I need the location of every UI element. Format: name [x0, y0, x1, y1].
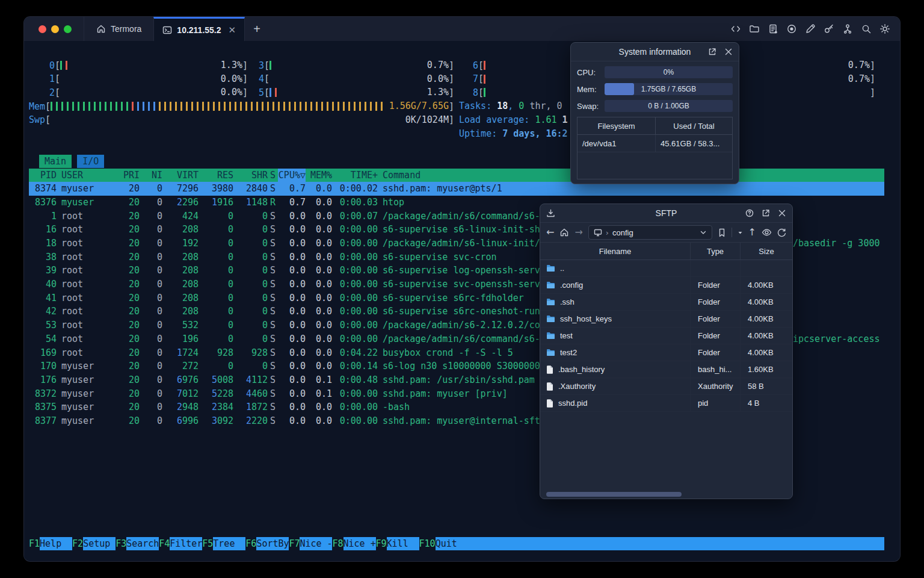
- bookmark-icon[interactable]: [718, 228, 726, 237]
- fkey-label-f9[interactable]: Kill: [387, 537, 419, 550]
- meter-bar: [224, 102, 226, 111]
- folder-icon[interactable]: [749, 23, 760, 34]
- fkey-f1[interactable]: F1: [29, 537, 40, 550]
- new-tab-button[interactable]: +: [245, 17, 269, 41]
- cpu-meter-value: 0.7%: [848, 73, 870, 85]
- column-header-SHR[interactable]: SHR: [233, 169, 268, 182]
- back-arrow-icon[interactable]: ←: [546, 228, 554, 237]
- transfers-download-icon[interactable]: [546, 209, 555, 218]
- column-header-VIRT[interactable]: VIRT: [162, 169, 199, 182]
- htop-tab-main[interactable]: Main: [39, 155, 72, 168]
- home-icon[interactable]: [559, 228, 569, 237]
- close-icon[interactable]: [724, 48, 733, 56]
- maximize-window-button[interactable]: [64, 25, 72, 33]
- close-window-button[interactable]: [38, 25, 46, 33]
- meter-bar: [99, 102, 101, 111]
- key-icon[interactable]: [824, 23, 834, 34]
- meter-bar: [126, 102, 128, 111]
- column-header-S[interactable]: S: [268, 169, 278, 182]
- fkey-label-f8[interactable]: Nice +: [343, 537, 376, 550]
- column-header-NI[interactable]: NI: [140, 169, 162, 182]
- column-header-CPU%[interactable]: CPU%▽: [278, 169, 306, 182]
- file-type-cell: bash_hi...: [691, 361, 741, 378]
- horizontal-scrollbar-thumb[interactable]: [546, 492, 682, 497]
- fkey-label-f3[interactable]: Search: [126, 537, 159, 550]
- tab-session[interactable]: 10.211.55.2 ✕: [153, 17, 245, 41]
- file-row[interactable]: testFolder4.00KB: [540, 328, 792, 344]
- code-icon[interactable]: [730, 23, 741, 34]
- record-icon[interactable]: [786, 23, 797, 34]
- file-row[interactable]: ssh_host_keysFolder4.00KB: [540, 311, 792, 328]
- column-header-PRI[interactable]: PRI: [114, 169, 140, 182]
- settings-gear-icon[interactable]: [879, 23, 890, 34]
- file-row[interactable]: ..: [540, 260, 792, 277]
- system-information-title-bar[interactable]: System information: [571, 43, 739, 61]
- open-in-window-icon[interactable]: [762, 209, 770, 217]
- fkey-label-f2[interactable]: Setup: [83, 537, 116, 550]
- chevron-down-icon[interactable]: [700, 229, 707, 236]
- fkey-f6[interactable]: F6: [245, 537, 256, 550]
- column-header-PID[interactable]: PID: [29, 169, 57, 182]
- fkey-f5[interactable]: F5: [202, 537, 213, 550]
- keychain-icon[interactable]: [842, 23, 853, 34]
- file-row[interactable]: .XauthorityXauthority58 B: [540, 378, 792, 395]
- up-directory-icon[interactable]: ↑: [748, 228, 756, 237]
- tab-home[interactable]: Termora: [84, 17, 153, 41]
- meter-bar: [88, 102, 90, 111]
- command-tail: ipcserver-access: [793, 332, 880, 346]
- show-hidden-eye-icon[interactable]: [762, 228, 772, 237]
- column-header-TIME+[interactable]: TIME+: [332, 169, 378, 182]
- file-row[interactable]: .configFolder4.00KB: [540, 277, 792, 294]
- fkey-label-f7[interactable]: Nice -: [300, 537, 332, 550]
- fkey-label-f5[interactable]: Tree: [213, 537, 245, 550]
- file-row[interactable]: .sshFolder4.00KB: [540, 294, 792, 311]
- fkey-label-f1[interactable]: Help: [40, 537, 72, 550]
- sysinfo-meter-row: Swap:0 B / 1.00GB: [577, 100, 733, 112]
- column-header-MEM%[interactable]: MEM%: [306, 169, 332, 182]
- breadcrumb-separator: ›: [606, 228, 609, 237]
- fkey-f10[interactable]: F10: [419, 537, 436, 550]
- file-name-cell: .bash_history: [540, 361, 691, 378]
- meter-bar: [484, 88, 485, 97]
- file-row[interactable]: test2Folder4.00KB: [540, 344, 792, 361]
- column-header-RES[interactable]: RES: [199, 169, 233, 182]
- path-breadcrumb[interactable]: › config: [588, 225, 712, 240]
- filesystem-row[interactable]: /dev/vda1 45.61GB / 58.3...: [578, 135, 732, 152]
- refresh-icon[interactable]: [777, 228, 786, 237]
- file-row[interactable]: sshd.pidpid4 B: [540, 395, 792, 412]
- fkey-label-f6[interactable]: SortBy: [256, 537, 289, 550]
- fkey-f4[interactable]: F4: [159, 537, 170, 550]
- breadcrumb-path: config: [612, 228, 633, 237]
- fkey-f3[interactable]: F3: [116, 537, 126, 550]
- minimize-window-button[interactable]: [51, 25, 59, 33]
- filename-column-header[interactable]: Filename: [540, 243, 691, 259]
- sysinfo-meter-row: Mem:1.75GB / 7.65GB: [577, 83, 733, 95]
- close-icon[interactable]: [778, 209, 786, 217]
- open-in-window-icon[interactable]: [708, 48, 716, 56]
- bookmark-dropdown-icon[interactable]: [738, 230, 743, 235]
- meter-bar: [132, 102, 134, 111]
- fkey-f7[interactable]: F7: [289, 537, 300, 550]
- log-icon[interactable]: [768, 23, 778, 34]
- sftp-title-bar[interactable]: SFTP: [540, 204, 792, 223]
- help-icon[interactable]: [745, 209, 754, 217]
- tab-close-icon[interactable]: ✕: [229, 25, 236, 36]
- htop-tab-io[interactable]: I/O: [77, 155, 104, 168]
- forward-arrow-icon[interactable]: →: [574, 228, 582, 237]
- meter-bar: [267, 102, 269, 111]
- search-icon[interactable]: [861, 23, 872, 34]
- fkey-label-f4[interactable]: Filter: [170, 537, 202, 550]
- size-column-header[interactable]: Size: [741, 243, 792, 259]
- file-row[interactable]: .bash_historybash_hi...1.60KB: [540, 361, 792, 378]
- cpu-meter-bars: 1.3%: [60, 59, 242, 72]
- fkey-f9[interactable]: F9: [376, 537, 387, 550]
- process-row[interactable]: 8374myuser200729639802840S0.70.00:00.02s…: [29, 182, 884, 196]
- column-header-USER[interactable]: USER: [57, 169, 114, 182]
- meter-bar: [343, 102, 345, 111]
- fkey-f2[interactable]: F2: [72, 537, 83, 550]
- fkey-label-f10[interactable]: Quit: [436, 537, 884, 550]
- edit-icon[interactable]: [805, 23, 816, 34]
- file-type-cell: Folder: [691, 311, 741, 327]
- type-column-header[interactable]: Type: [691, 243, 741, 259]
- fkey-f8[interactable]: F8: [332, 537, 343, 550]
